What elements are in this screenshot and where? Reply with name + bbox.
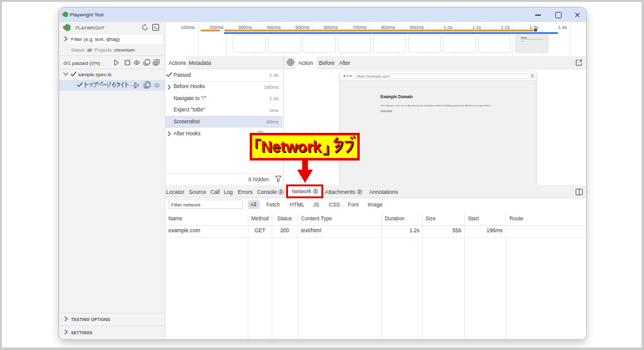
svg-text:Network: Network [261, 138, 321, 155]
